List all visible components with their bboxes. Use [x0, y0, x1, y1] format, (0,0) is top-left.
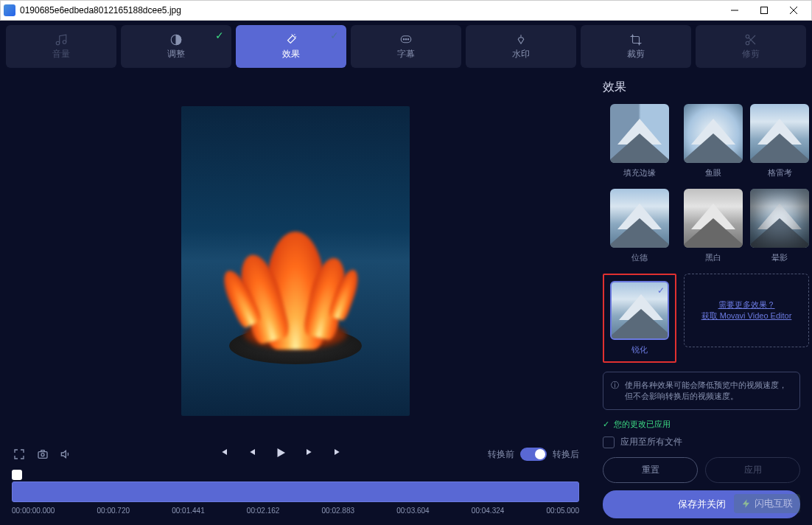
- effect-sharpen[interactable]: ✓锐化: [610, 281, 669, 355]
- preview-image: [181, 106, 410, 416]
- play-button[interactable]: [274, 446, 287, 462]
- tab-subtitles[interactable]: 字幕: [351, 25, 461, 68]
- reset-button[interactable]: 重置: [603, 457, 698, 483]
- after-label: 转换后: [553, 448, 579, 461]
- before-after-toggle[interactable]: [520, 448, 547, 461]
- fullscreen-icon[interactable]: [12, 447, 27, 462]
- app-icon: [4, 4, 15, 16]
- tab-label: 调整: [167, 48, 185, 60]
- time-ruler: 00:00:00.00000:00.72000:01.44100:02.1620…: [12, 507, 579, 515]
- tab-label: 修剪: [742, 48, 760, 60]
- effect-vignette[interactable]: 晕影: [750, 189, 809, 263]
- playhead[interactable]: [12, 470, 22, 480]
- watermark: 闪电互联: [734, 494, 800, 513]
- skip-end-button[interactable]: [332, 446, 343, 462]
- tab-label: 字幕: [397, 48, 415, 60]
- window-title: 0190685e6edbeda8012165188dcee5.jpg: [20, 5, 720, 15]
- info-icon: ⓘ: [611, 380, 619, 402]
- tab-label: 裁剪: [627, 48, 645, 60]
- applied-message: ✓ 您的更改已应用: [603, 419, 800, 430]
- apply-all-label: 应用至所有文件: [620, 436, 682, 448]
- maximize-button[interactable]: [749, 1, 779, 20]
- apply-button[interactable]: 应用: [705, 457, 800, 483]
- minimize-button[interactable]: [720, 1, 749, 20]
- toolbar: 音量 ✓ 调整 ✓ 效果 字幕 水印 裁剪 修剪: [0, 21, 812, 72]
- info-note: ⓘ 使用各种效果可能会降低预览中的视频速度，但不会影响转换后的视频速度。: [603, 372, 800, 410]
- skip-start-button[interactable]: [218, 446, 230, 462]
- preview-area: [12, 78, 579, 443]
- tab-volume[interactable]: 音量: [6, 25, 116, 68]
- prev-frame-button[interactable]: [246, 446, 258, 462]
- close-button[interactable]: [779, 1, 808, 20]
- tab-label: 音量: [52, 48, 70, 60]
- svg-point-16: [41, 453, 44, 456]
- check-icon: ✓: [330, 29, 339, 41]
- more-effects-link[interactable]: 需要更多效果？ 获取 Movavi Video Editor: [684, 274, 809, 347]
- svg-point-10: [407, 38, 409, 40]
- svg-point-8: [403, 38, 405, 40]
- tab-trim[interactable]: 修剪: [696, 25, 806, 68]
- effect-fisheye[interactable]: 鱼眼: [684, 104, 743, 178]
- effect-greco[interactable]: 格雷考: [750, 104, 809, 178]
- snapshot-icon[interactable]: [35, 447, 50, 462]
- panel-title: 效果: [603, 80, 800, 95]
- svg-point-9: [405, 38, 407, 40]
- check-icon: ✓: [603, 420, 609, 429]
- next-frame-button[interactable]: [304, 446, 315, 462]
- tab-label: 效果: [282, 48, 300, 60]
- tab-adjust[interactable]: ✓ 调整: [121, 25, 231, 68]
- tab-watermark[interactable]: 水印: [466, 25, 576, 68]
- svg-point-5: [63, 40, 66, 44]
- svg-rect-15: [38, 452, 47, 459]
- tab-crop[interactable]: 裁剪: [581, 25, 691, 68]
- effect-fill-edges[interactable]: 填充边缘: [603, 104, 676, 178]
- tab-effects[interactable]: ✓ 效果: [236, 25, 346, 68]
- timeline[interactable]: 00:00:00.00000:00.72000:01.44100:02.1620…: [12, 465, 579, 519]
- svg-point-4: [56, 41, 60, 45]
- effect-blackwhite[interactable]: 黑白: [684, 189, 743, 263]
- svg-rect-1: [761, 7, 768, 14]
- svg-point-12: [746, 41, 749, 45]
- mute-icon[interactable]: [59, 447, 74, 462]
- check-icon: ✓: [215, 29, 224, 41]
- tab-label: 水印: [512, 48, 530, 60]
- timeline-track[interactable]: [12, 481, 579, 502]
- apply-all-checkbox[interactable]: [603, 437, 615, 448]
- titlebar: 0190685e6edbeda8012165188dcee5.jpg: [0, 0, 812, 21]
- svg-point-11: [746, 35, 749, 38]
- effect-weide[interactable]: 位德: [603, 189, 676, 263]
- before-label: 转换前: [488, 448, 514, 461]
